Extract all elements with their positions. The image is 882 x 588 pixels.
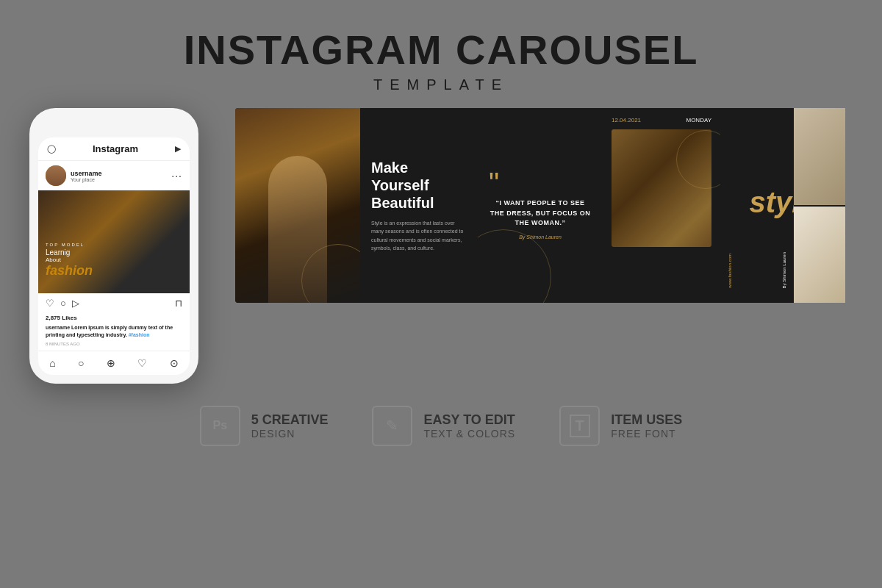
user-info: username Your place [71,170,102,182]
send-icon: ▶ [175,144,181,154]
post-text-overlay: TOP MODEL Learnig About fashion [46,243,93,279]
main-content: ◯ Instagram ▶ username Your place [0,108,882,384]
font-symbol: T [570,415,590,437]
carousel-slide-2: Make Yourself Beautiful Style is an expr… [360,108,478,303]
more-options-icon[interactable]: ··· [171,170,182,182]
slide-1-image [235,108,360,303]
pencil-symbol: ✎ [386,417,398,434]
slide-2-headline: Make Yourself Beautiful [371,159,467,212]
font-icon: T [559,406,600,446]
heart-nav-icon[interactable]: ♡ [137,357,147,369]
ig-action-left: ♡ ○ ▷ [46,298,79,309]
pencil-icon: ✎ [372,406,412,446]
feature-1-label: DESIGN [251,428,329,440]
caption-username: username [46,325,70,330]
ps-symbol: Ps [212,419,227,432]
ig-time: 8 MINUTES AGO [38,342,190,351]
feature-2-label: TEXT & COLORS [423,428,515,440]
post-top-model-label: TOP MODEL [46,243,93,247]
carousel-slide-3: " “I WANT PEOPLE TO SEE THE DRESS, BUT F… [478,108,603,303]
feature-item-1: Ps 5 CREATIVE DESIGN [200,406,329,446]
like-icon[interactable]: ♡ [46,298,54,309]
feature-2-number: EASY TO EDIT [423,412,515,428]
home-nav-icon[interactable]: ⌂ [49,357,55,369]
phone-notch [85,117,143,132]
feature-3-text: ITEM USES FREE FONT [611,412,682,440]
avatar [46,165,66,186]
phone-container: ◯ Instagram ▶ username Your place [29,108,213,384]
post-fashion: fashion [46,263,93,279]
ig-user-row: username Your place ··· [38,161,190,190]
slide-3-circle [478,229,551,303]
slide-4-top: 12.04.2021 MONDAY [612,117,711,123]
feature-item-3: T ITEM USES FREE FONT [559,406,682,446]
instagram-logo: Instagram [93,143,138,154]
slide-5-images [794,108,845,303]
ig-likes-count: 2,875 Likes [38,313,190,323]
slide-4-day: MONDAY [686,117,711,123]
slide-2-body: Style is an expression that lasts over m… [371,219,467,252]
slide-5-url: www.fashion.com [728,254,732,288]
phone-mockup: ◯ Instagram ▶ username Your place [29,108,198,384]
post-learning: Learnig [46,248,93,257]
feature-item-2: ✎ EASY TO EDIT TEXT & COLORS [372,406,515,446]
photoshop-icon: Ps [200,406,240,446]
carousel-slide-1 [235,108,360,303]
feature-1-text: 5 CREATIVE DESIGN [251,412,329,440]
search-nav-icon[interactable]: ○ [78,357,84,369]
camera-icon: ◯ [47,144,56,154]
carousel-container: Make Yourself Beautiful Style is an expr… [235,108,853,303]
page-title: INSTAGRAM CAROUSEL [0,29,882,71]
ig-caption: username Lorem Ipsum is simply dummy tex… [38,323,190,342]
features-section: Ps 5 CREATIVE DESIGN ✎ EASY TO EDIT TEXT… [0,406,882,446]
post-about: About [46,257,93,263]
instagram-header: ◯ Instagram ▶ [38,137,190,161]
slide-3-quote-marks: " [489,171,499,195]
add-nav-icon[interactable]: ⊕ [107,357,115,369]
ig-hashtag: #fashion [129,332,150,337]
ig-username: username [71,170,102,177]
share-icon[interactable]: ▷ [72,298,79,309]
phone-screen: ◯ Instagram ▶ username Your place [38,137,190,375]
bookmark-icon[interactable]: ⊓ [175,298,182,309]
slide-5-author: By Shimon Lauren [782,252,786,288]
slide-5-image-top [794,108,845,205]
feature-3-label: FREE FONT [611,428,682,440]
ig-post-image-inner: TOP MODEL Learnig About fashion [38,190,190,293]
ig-post-image: TOP MODEL Learnig About fashion [38,190,190,293]
profile-nav-icon[interactable]: ⊙ [170,357,179,369]
comment-icon[interactable]: ○ [60,298,66,309]
slide-3-quote: “I WANT PEOPLE TO SEE THE DRESS, BUT FOC… [489,198,592,229]
slide-5-image-bottom [794,205,845,304]
feature-2-text: EASY TO EDIT TEXT & COLORS [423,412,515,440]
header-section: INSTAGRAM CAROUSEL TEMPLATE [0,0,882,93]
page-subtitle: TEMPLATE [0,76,882,93]
ig-bottom-nav: ⌂ ○ ⊕ ♡ ⊙ [38,351,190,375]
carousel-slide-5: style www.fashion.com By Shimon Lauren [720,108,845,303]
feature-1-number: 5 CREATIVE [251,412,329,428]
slide-4-date: 12.04.2021 [612,117,641,123]
carousel-slide-4: 12.04.2021 MONDAY [603,108,720,303]
ig-place: Your place [71,177,102,182]
feature-3-number: ITEM USES [611,412,682,428]
ig-actions: ♡ ○ ▷ ⊓ [38,293,190,313]
